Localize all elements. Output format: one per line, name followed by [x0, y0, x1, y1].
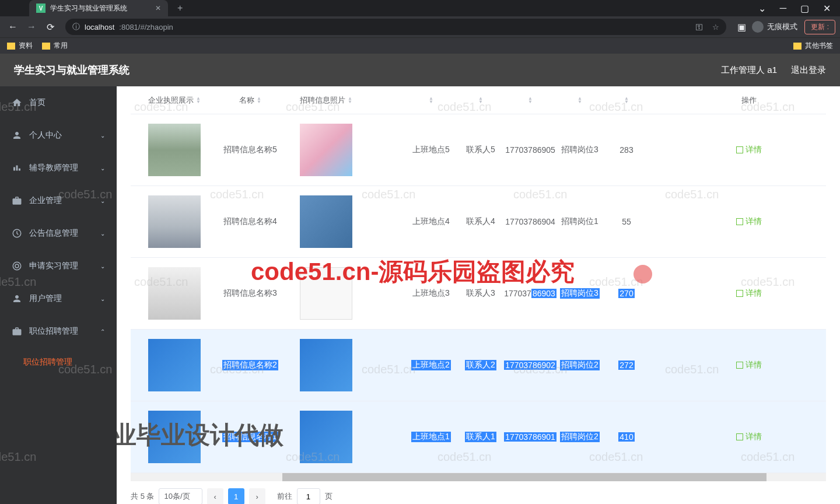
cell-company-img: [131, 339, 218, 391]
cell-company-img: [131, 411, 218, 463]
reload-button[interactable]: ⟳: [42, 19, 58, 35]
next-page-button[interactable]: ›: [249, 488, 265, 504]
folder-icon: [793, 43, 802, 50]
cell-recruit-img: [282, 267, 370, 320]
table-row[interactable]: 招聘信息名称1 上班地点1 联系人1 17703786901 招聘岗位2 410…: [131, 401, 826, 473]
cell-name: 招聘信息名称4: [218, 216, 282, 227]
update-button[interactable]: 更新 :: [804, 20, 835, 34]
sidebar-label: 企业管理: [29, 195, 62, 206]
header-user-link[interactable]: 工作管理人 a1: [721, 65, 777, 76]
cell-count: 283: [603, 145, 650, 155]
logout-link[interactable]: 退出登录: [791, 65, 826, 76]
sidebar-item-2[interactable]: 辅导教师管理⌄: [0, 152, 117, 184]
sidebar-item-3[interactable]: 企业管理⌄: [0, 184, 117, 217]
th-sort[interactable]: ▲▼: [504, 97, 556, 104]
cell-name: 招聘信息名称5: [218, 145, 282, 155]
cell-operation: 详情: [726, 145, 772, 155]
key-icon[interactable]: ⚿: [695, 23, 703, 32]
detail-button[interactable]: 详情: [736, 360, 762, 370]
back-button[interactable]: ←: [5, 19, 21, 35]
briefcase-icon: [12, 326, 22, 337]
goto-prefix: 前往: [277, 491, 292, 502]
goto-suffix: 页: [325, 491, 332, 502]
sidebar-item-5[interactable]: 申请实习管理⌄: [0, 250, 117, 282]
chevron-down-icon: ⌄: [100, 198, 105, 204]
sidebar-item-1[interactable]: 个人中心⌄: [0, 119, 117, 152]
svg-point-1: [13, 262, 21, 270]
cell-location: 上班地点2: [405, 360, 457, 370]
cell-phone: 17703786904: [504, 217, 556, 226]
th-img1[interactable]: 企业执照展示▲▼: [131, 95, 218, 106]
maximize-icon[interactable]: ▢: [800, 3, 809, 14]
detail-button[interactable]: 详情: [736, 432, 762, 442]
sidebar-item-4[interactable]: 公告信息管理⌄: [0, 217, 117, 250]
table-row[interactable]: 招聘信息名称3 上班地点3 联系人3 17703786903 招聘岗位3 270…: [131, 258, 826, 330]
chevron-up-icon: ⌃: [100, 328, 105, 335]
star-icon[interactable]: ☆: [712, 23, 719, 32]
pagination: 共 5 条 10条/页 ‹ 1 › 前往 页: [117, 481, 840, 504]
main-content: code51.cn-源码乐园盗图必究 专业毕业设计代做 企业执照展示▲▼ 名称▲…: [117, 86, 840, 504]
table-row[interactable]: 招聘信息名称4 上班地点4 联系人4 17703786904 招聘岗位1 55 …: [131, 186, 826, 258]
chevron-down-icon: ⌄: [100, 132, 105, 139]
cell-recruit-img: [282, 124, 370, 176]
cell-operation: 详情: [726, 288, 772, 299]
th-sort[interactable]: ▲▼: [405, 97, 457, 104]
chevron-down-icon[interactable]: ⌄: [758, 3, 766, 14]
page-1-button[interactable]: 1: [228, 488, 244, 504]
th-sort[interactable]: ▲▼: [556, 97, 603, 104]
cell-post: 招聘岗位2: [556, 360, 603, 370]
sidebar-label: 辅导教师管理: [29, 163, 78, 173]
cell-location: 上班地点5: [405, 145, 457, 155]
info-icon: ⓘ: [72, 22, 80, 32]
detail-button[interactable]: 详情: [736, 145, 762, 155]
th-sort[interactable]: ▲▼: [603, 97, 650, 104]
close-window-icon[interactable]: ✕: [823, 3, 831, 14]
cell-company-img: [131, 124, 218, 176]
close-tab-icon[interactable]: ✕: [155, 4, 161, 12]
cell-post: 招聘岗位3: [556, 145, 603, 155]
detail-button[interactable]: 详情: [736, 288, 762, 299]
browser-tab-active[interactable]: V 学生实习与就业管理系统 ✕: [29, 0, 168, 16]
cell-contact: 联系人3: [457, 288, 504, 299]
other-bookmarks[interactable]: 其他书签: [793, 41, 833, 51]
th-name[interactable]: 名称▲▼: [218, 95, 282, 106]
table-row[interactable]: 招聘信息名称5 上班地点5 联系人5 17703786905 招聘岗位3 283…: [131, 114, 826, 186]
cell-count: 410: [603, 432, 650, 442]
goto-page-input[interactable]: [297, 488, 320, 504]
browser-tabs: V 学生实习与就业管理系统 ✕ + ⌄ ─ ▢ ✕: [0, 0, 840, 16]
prev-page-button[interactable]: ‹: [207, 488, 223, 504]
horizontal-scrollbar[interactable]: [131, 473, 826, 481]
cell-location: 上班地点4: [405, 216, 457, 227]
sidebar-item-7[interactable]: 职位招聘管理⌃: [0, 315, 117, 348]
bars-icon: [12, 163, 22, 173]
chevron-down-icon: ⌄: [100, 230, 105, 237]
sidebar-subitem-active[interactable]: 职位招聘管理: [0, 348, 117, 377]
url-host: localhost: [85, 23, 114, 32]
sidebar: 首页个人中心⌄辅导教师管理⌄企业管理⌄公告信息管理⌄申请实习管理⌄用户管理⌄职位…: [0, 86, 117, 504]
vue-favicon: V: [36, 4, 46, 13]
cell-post: 招聘岗位2: [556, 432, 603, 442]
table-header: 企业执照展示▲▼ 名称▲▼ 招聘信息照片▲▼ ▲▼ ▲▼ ▲▼ ▲▼ ▲▼ 操作: [131, 86, 826, 114]
url-bar[interactable]: ⓘ localhost:8081/#/zhaopin ⚿ ☆: [65, 19, 726, 35]
sidebar-item-0[interactable]: 首页: [0, 86, 117, 119]
bookmark-folder-1[interactable]: 资料: [7, 41, 33, 51]
forward-button[interactable]: →: [23, 19, 40, 35]
cell-post: 招聘岗位1: [556, 216, 603, 227]
home-icon: [12, 97, 22, 108]
cell-recruit-img: [282, 411, 370, 463]
page-size-select[interactable]: 10条/页: [159, 488, 202, 504]
minimize-icon[interactable]: ─: [780, 3, 786, 14]
bookmark-folder-2[interactable]: 常用: [42, 41, 68, 51]
detail-button[interactable]: 详情: [736, 216, 762, 227]
scrollbar-thumb[interactable]: [282, 473, 766, 481]
table-row[interactable]: 招聘信息名称2 上班地点2 联系人2 17703786902 招聘岗位2 272…: [131, 330, 826, 401]
th-img2[interactable]: 招聘信息照片▲▼: [282, 95, 370, 106]
new-tab-icon[interactable]: +: [177, 3, 183, 13]
th-sort[interactable]: ▲▼: [457, 97, 504, 104]
cell-contact: 联系人2: [457, 360, 504, 370]
sidebar-item-6[interactable]: 用户管理⌄: [0, 282, 117, 315]
total-label: 共 5 条: [131, 491, 154, 502]
extensions-icon[interactable]: ▣: [733, 19, 750, 35]
target-icon: [12, 261, 22, 271]
document-icon: [736, 218, 743, 225]
